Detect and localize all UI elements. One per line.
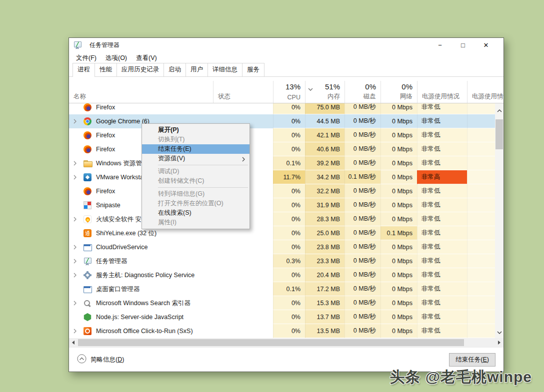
minimize-button[interactable]: − <box>428 38 452 52</box>
context-menu-item[interactable]: 属性(I) <box>142 218 250 227</box>
tab[interactable]: 详细信息 <box>208 63 242 76</box>
context-menu-item[interactable]: 展开(P) <box>142 125 250 135</box>
context-menu-item[interactable]: 结束任务(E) <box>142 144 250 154</box>
network-cell: 0 Mbps <box>380 156 417 170</box>
scroll-left-icon[interactable] <box>69 341 78 345</box>
tab[interactable]: 用户 <box>186 63 208 76</box>
process-row[interactable]: 桌面窗口管理器0.1%17.2 MB0 MB/秒0 Mbps非常低 <box>69 282 504 296</box>
horizontal-scrollbar[interactable] <box>69 338 504 347</box>
power-usage-cell: 非常低 <box>417 296 467 310</box>
process-row[interactable]: Google Chrome (6)0%44.5 MB0 MB/秒0 Mbps非常… <box>69 114 504 128</box>
process-row[interactable]: Firefox0%75.0 MB0 MB/秒0 Mbps非常低 <box>69 103 504 114</box>
expand-chevron-icon[interactable] <box>74 217 80 222</box>
memory-cell: 39.2 MB <box>305 156 344 170</box>
process-name: 桌面窗口管理器 <box>96 285 140 294</box>
context-menu-item[interactable]: 在线搜索(S) <box>142 208 250 218</box>
maximize-button[interactable]: □ <box>452 38 474 52</box>
disk-column-header[interactable]: 0% 磁盘 <box>344 81 380 103</box>
process-row[interactable]: 服务主机: Diagnostic Policy Service0%20.4 MB… <box>69 268 504 282</box>
title-bar: 任务管理器 − □ ✕ <box>69 38 504 52</box>
context-menu-item[interactable]: 资源值(V) <box>142 154 250 163</box>
network-column-header[interactable]: 0% 网络 <box>380 81 417 103</box>
disk-cell: 0 MB/秒 <box>344 114 380 128</box>
process-row[interactable]: Microsoft Windows Search 索引器0%15.3 MB0 M… <box>69 296 504 310</box>
process-row[interactable]: Node.js: Server-side JavaScript0%13.7 MB… <box>69 310 504 324</box>
process-row[interactable]: 火绒安全软件 安全服务0%28.3 MB0 MB/秒0 Mbps非常低 <box>69 212 504 226</box>
menubar-item[interactable]: 选项(O) <box>101 52 132 64</box>
expand-chevron-icon[interactable] <box>74 329 80 334</box>
expand-chevron-icon[interactable] <box>74 119 80 124</box>
memory-column-header[interactable]: 51% 内存 <box>305 81 344 103</box>
cpu-cell: 0% <box>273 324 305 338</box>
power-usage-cell: 非常低 <box>417 268 467 282</box>
memory-cell: 75.0 MB <box>305 103 344 114</box>
process-row[interactable]: Snipaste0%31.9 MB0 MB/秒0 Mbps非常低 <box>69 198 504 212</box>
process-row[interactable]: Microsoft Office Click-to-Run (SxS)0%13.… <box>69 324 504 338</box>
scroll-right-icon[interactable] <box>495 341 504 345</box>
shiyeline-icon: 通 <box>84 229 92 237</box>
context-menu-item[interactable]: 转到详细信息(G) <box>142 189 250 199</box>
expand-chevron-icon[interactable] <box>74 273 80 278</box>
tab[interactable]: 进程 <box>72 63 95 76</box>
process-name-cell: CloudDriveService <box>69 240 213 254</box>
process-row[interactable]: CloudDriveService0%23.8 MB0 MB/秒0 Mbps非常… <box>69 240 504 254</box>
context-menu-item[interactable]: 创建转储文件(C) <box>142 176 250 186</box>
context-menu-item[interactable]: 切换到(T) <box>142 135 250 144</box>
scroll-down-icon[interactable] <box>497 327 502 336</box>
status-cell <box>213 282 273 296</box>
end-task-button[interactable]: 结束任务(E) <box>449 353 496 367</box>
expand-chevron-icon[interactable] <box>74 301 80 306</box>
process-row[interactable]: VMware Workstation11.7%34.2 MB0.1 MB/秒0 … <box>69 170 504 184</box>
power-usage-cell: 非常低 <box>417 226 467 240</box>
network-cell: 0 Mbps <box>380 282 417 296</box>
context-menu-item[interactable]: 调试(D) <box>142 167 250 176</box>
process-name-cell: Microsoft Windows Search 索引器 <box>69 296 213 310</box>
memory-cell: 13.7 MB <box>305 310 344 324</box>
vertical-scrollbar[interactable] <box>495 103 504 338</box>
tab[interactable]: 应用历史记录 <box>116 63 164 76</box>
power-usage-column-header[interactable]: 电源使用情况 <box>417 81 467 103</box>
process-name-cell: Microsoft Office Click-to-Run (SxS) <box>69 324 213 338</box>
expand-chevron-icon[interactable] <box>74 175 80 180</box>
disk-cell: 0 MB/秒 <box>344 254 380 268</box>
process-row[interactable]: Firefox0%32.2 MB0 MB/秒0 Mbps非常低 <box>69 184 504 198</box>
power-usage-cell: 非常低 <box>417 184 467 198</box>
menubar-item[interactable]: 文件(F) <box>72 52 101 64</box>
process-row[interactable]: 通ShiYeLine.exe (32 位)0%25.0 MB0 MB/秒0.1 … <box>69 226 504 240</box>
process-row[interactable]: Firefox0%42.1 MB0 MB/秒0 Mbps非常低 <box>69 128 504 142</box>
close-button[interactable]: ✕ <box>474 38 498 52</box>
menubar-item[interactable]: 查看(V) <box>132 52 162 64</box>
process-row[interactable]: Windows 资源管理器0.1%39.2 MB0 MB/秒0 Mbps非常低 <box>69 156 504 170</box>
expand-chevron-icon[interactable] <box>74 161 80 166</box>
tab[interactable]: 启动 <box>164 63 186 76</box>
network-cell: 0 Mbps <box>380 128 417 142</box>
memory-cell: 42.1 MB <box>305 128 344 142</box>
process-row[interactable]: 任务管理器0.3%23.3 MB0 MB/秒0 Mbps非常低 <box>69 254 504 268</box>
status-column-header[interactable]: 状态 <box>213 81 273 103</box>
submenu-arrow-icon <box>242 155 245 165</box>
process-row[interactable]: Firefox0%40.6 MB0 MB/秒0 Mbps非常低 <box>69 142 504 156</box>
network-cell: 0 Mbps <box>380 170 417 184</box>
process-name-cell: 服务主机: Diagnostic Policy Service <box>69 268 213 282</box>
power-usage-cell: 非常低 <box>417 212 467 226</box>
vertical-scrollbar-thumb[interactable] <box>496 119 503 149</box>
tab[interactable]: 服务 <box>242 63 264 76</box>
expand-chevron-icon[interactable] <box>74 259 80 264</box>
sort-indicator-icon <box>308 85 313 92</box>
scroll-up-icon[interactable] <box>497 105 502 114</box>
tab[interactable]: 性能 <box>94 63 117 76</box>
memory-cell: 23.8 MB <box>305 240 344 254</box>
process-name: Microsoft Office Click-to-Run (SxS) <box>96 328 193 335</box>
memory-cell: 15.3 MB <box>305 296 344 310</box>
cpu-cell: 0% <box>273 296 305 310</box>
expand-chevron-icon[interactable] <box>74 245 80 250</box>
process-name: Firefox <box>96 132 115 139</box>
power-trend-column-header[interactable]: 电源使用情况 <box>467 81 504 103</box>
cpu-column-header[interactable]: 13% CPU <box>273 81 305 103</box>
name-column-header[interactable]: 名称 <box>69 81 213 103</box>
network-cell: 0 Mbps <box>380 296 417 310</box>
horizontal-scrollbar-thumb[interactable] <box>78 339 464 346</box>
status-cell <box>213 103 273 114</box>
context-menu-item[interactable]: 打开文件所在的位置(O) <box>142 199 250 208</box>
details-toggle[interactable]: 简略信息(D) <box>77 354 124 366</box>
